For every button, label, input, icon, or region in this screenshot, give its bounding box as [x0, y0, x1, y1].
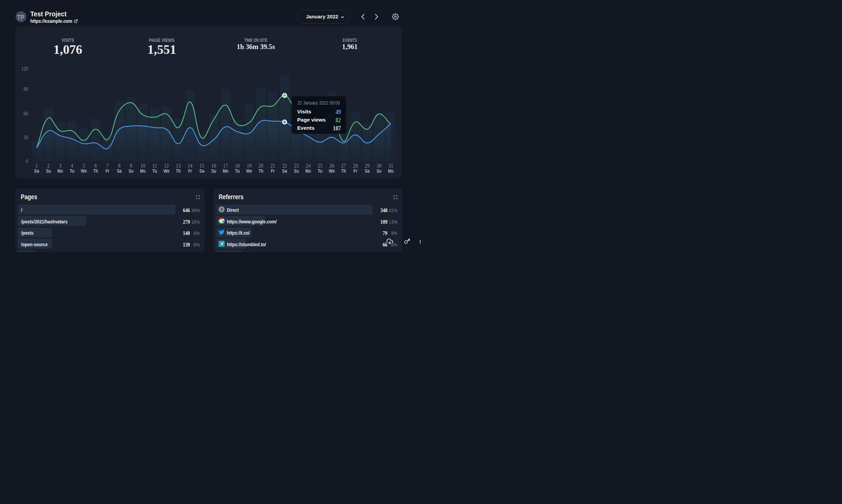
svg-text:Su: Su — [129, 168, 134, 174]
svg-text:Tu: Tu — [70, 168, 75, 174]
svg-text:Mo: Mo — [388, 168, 394, 174]
svg-text:120: 120 — [21, 66, 28, 72]
svg-text:Su: Su — [294, 168, 299, 174]
svg-text:Su: Su — [46, 168, 51, 174]
svg-text:We: We — [329, 168, 335, 174]
svg-text:Su: Su — [211, 168, 216, 174]
svg-text:Sa: Sa — [117, 168, 122, 174]
svg-text:Sa: Sa — [200, 168, 205, 174]
svg-text:90: 90 — [24, 86, 28, 92]
svg-text:Fr: Fr — [271, 168, 275, 174]
svg-text:Su: Su — [377, 168, 382, 174]
svg-text:Tu: Tu — [235, 168, 240, 174]
svg-text:30: 30 — [24, 135, 28, 140]
svg-text:Fr: Fr — [188, 168, 192, 174]
svg-text:We: We — [163, 168, 170, 174]
svg-text:60: 60 — [24, 111, 28, 116]
svg-text:Th: Th — [341, 168, 346, 174]
svg-text:Tu: Tu — [318, 168, 323, 174]
svg-text:We: We — [81, 168, 87, 174]
svg-text:0: 0 — [26, 158, 28, 164]
svg-text:Fr: Fr — [354, 168, 358, 174]
svg-text:Mo: Mo — [223, 168, 229, 174]
svg-text:Th: Th — [176, 168, 181, 174]
svg-text:Mo: Mo — [58, 168, 63, 174]
svg-text:Sa: Sa — [282, 168, 287, 174]
svg-text:Sa: Sa — [34, 168, 39, 174]
svg-text:Fr: Fr — [106, 168, 110, 174]
svg-text:Tu: Tu — [152, 168, 157, 174]
svg-text:Mo: Mo — [306, 168, 311, 174]
svg-text:Th: Th — [259, 168, 263, 174]
svg-text:Sa: Sa — [365, 168, 370, 174]
svg-text:Th: Th — [93, 168, 98, 174]
svg-text:Mo: Mo — [140, 168, 146, 174]
svg-text:We: We — [246, 168, 252, 174]
